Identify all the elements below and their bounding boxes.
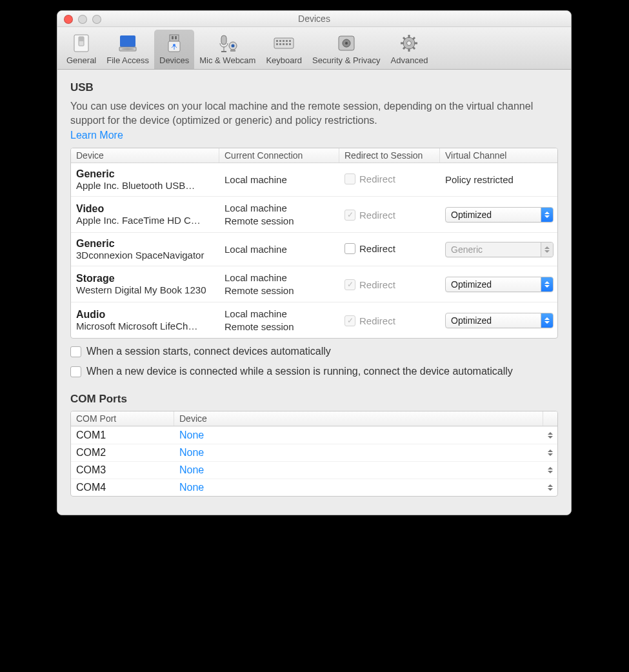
tab-label: Keyboard: [266, 55, 302, 65]
minimize-window-button[interactable]: [78, 15, 87, 24]
tab-label: Devices: [159, 55, 189, 65]
current-connection-cell: Local machineRemote session: [219, 306, 339, 334]
checkbox-icon: [70, 366, 81, 377]
svg-rect-23: [276, 43, 278, 45]
virtual-channel-cell: Policy restricted: [440, 173, 557, 186]
svg-point-5: [121, 48, 134, 50]
redirect-label: Redirect: [359, 279, 395, 290]
col-redirect: Redirect to Session: [339, 148, 440, 163]
chevron-up-down-icon: [543, 430, 557, 441]
svg-rect-24: [279, 43, 281, 45]
tab-devices[interactable]: Devices: [154, 30, 194, 69]
com-device-value: None: [174, 462, 543, 479]
redirect-cell: Redirect: [339, 242, 440, 257]
svg-rect-18: [276, 40, 278, 42]
tab-general[interactable]: General: [61, 30, 101, 69]
com-port-name: COM4: [71, 479, 174, 496]
virtual-channel-cell: Generic: [440, 241, 558, 259]
device-cell: StorageWestern Digital My Book 1230: [71, 272, 219, 297]
virtual-channel-cell: Optimized: [440, 206, 558, 224]
com-port-row[interactable]: COM1None: [71, 426, 557, 444]
device-type: Storage: [76, 273, 115, 284]
usb-device-row: GenericApple Inc. Bluetooth USB…Local ma…: [71, 163, 557, 196]
com-port-row[interactable]: COM2None: [71, 444, 557, 461]
com-port-name: COM1: [71, 427, 174, 444]
redirect-checkbox: Redirect: [344, 173, 395, 184]
redirect-cell: Redirect: [339, 277, 440, 292]
learn-more-link[interactable]: Learn More: [70, 130, 123, 141]
chevron-up-down-icon: [541, 277, 553, 292]
usb-device-row: AudioMicrosoft Microsoft LifeCh…Local ma…: [71, 302, 557, 338]
svg-point-30: [345, 42, 348, 44]
auto-connect-on-session-start[interactable]: When a session starts, connect devices a…: [70, 345, 558, 359]
svg-line-37: [403, 37, 405, 39]
checkbox-icon: [344, 173, 355, 184]
checkbox-icon: [70, 346, 81, 357]
virtual-channel-select[interactable]: Optimized: [445, 277, 554, 292]
device-cell: VideoApple Inc. FaceTime HD C…: [71, 202, 219, 227]
tab-label: General: [66, 55, 96, 65]
svg-rect-21: [286, 40, 288, 42]
svg-rect-3: [120, 35, 135, 47]
drive-icon: [114, 32, 141, 54]
svg-rect-2: [79, 37, 84, 41]
usb-device-row: Generic3Dconnexion SpaceNavigatorLocal m…: [71, 232, 557, 266]
virtual-channel-select[interactable]: Optimized: [445, 313, 554, 328]
window-title: Devices: [57, 14, 571, 24]
zoom-window-button[interactable]: [92, 15, 101, 24]
com-port-row[interactable]: COM3None: [71, 461, 557, 479]
select-value: Optimized: [451, 210, 492, 220]
tab-label: Security & Privacy: [312, 55, 380, 65]
virtual-channel-cell: Optimized: [440, 311, 558, 330]
redirect-checkbox[interactable]: Redirect: [344, 243, 395, 254]
auto-connect-new-device[interactable]: When a new device is connected while a s…: [70, 365, 558, 379]
com-port-row[interactable]: COM4None: [71, 479, 557, 496]
mic-webcam-icon: [214, 32, 241, 54]
tab-mic-webcam[interactable]: Mic & Webcam: [194, 30, 261, 69]
redirect-checkbox: Redirect: [344, 210, 395, 221]
com-port-name: COM2: [71, 444, 174, 461]
device-type: Generic: [76, 168, 115, 179]
chevron-up-down-icon: [541, 208, 553, 222]
tab-file-access[interactable]: File Access: [101, 30, 154, 69]
tab-security-privacy[interactable]: Security & Privacy: [307, 30, 385, 69]
device-type: Audio: [76, 309, 105, 320]
device-type: Video: [76, 203, 104, 214]
current-connection-cell: Local machine: [219, 172, 339, 188]
col-device: Device: [71, 148, 219, 163]
checkbox-icon: [344, 210, 355, 221]
redirect-label: Redirect: [359, 210, 395, 221]
svg-rect-9: [175, 36, 177, 39]
close-window-button[interactable]: [64, 15, 73, 24]
usb-icon: [161, 32, 188, 54]
chevron-up-down-icon: [541, 242, 553, 257]
select-value: Generic: [451, 244, 483, 255]
device-product: Apple Inc. Bluetooth USB…: [76, 180, 214, 191]
col-com-device: Device: [174, 411, 543, 426]
redirect-cell: Redirect: [339, 207, 440, 222]
preferences-window: Devices General File Access Devices: [57, 10, 572, 515]
device-product: Apple Inc. FaceTime HD C…: [76, 215, 214, 226]
usb-device-row: StorageWestern Digital My Book 1230Local…: [71, 266, 557, 302]
svg-rect-13: [221, 51, 226, 52]
current-connection-cell: Local machine: [219, 242, 339, 257]
titlebar: Devices: [57, 11, 571, 27]
checkbox-icon: [344, 243, 355, 254]
chevron-up-down-icon: [541, 313, 553, 328]
usb-table-header: Device Current Connection Redirect to Se…: [71, 148, 557, 163]
preferences-toolbar: General File Access Devices Mic & Webcam: [57, 27, 571, 70]
svg-rect-22: [289, 40, 291, 42]
svg-rect-16: [230, 50, 235, 52]
virtual-channel-select[interactable]: Optimized: [445, 207, 554, 222]
tab-advanced[interactable]: Advanced: [386, 30, 434, 69]
tab-keyboard[interactable]: Keyboard: [261, 30, 307, 69]
gear-icon: [395, 32, 423, 54]
safe-icon: [333, 32, 360, 54]
usb-device-row: VideoApple Inc. FaceTime HD C…Local mach…: [71, 196, 557, 232]
com-heading: COM Ports: [70, 393, 558, 406]
svg-point-15: [231, 44, 234, 48]
device-product: Western Digital My Book 1230: [76, 284, 214, 295]
device-cell: GenericApple Inc. Bluetooth USB…: [71, 167, 219, 192]
usb-description: You can use devices on your local machin…: [70, 99, 558, 127]
com-table-header: COM Port Device: [71, 411, 557, 426]
